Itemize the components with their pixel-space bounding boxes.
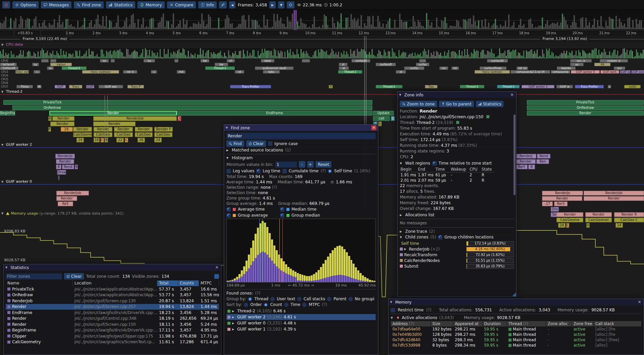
zone[interactable]: RenderJob [584,191,644,195]
column-header-mtpc[interactable]: MTPC [199,280,219,286]
zone[interactable]: F [48,127,51,132]
zone[interactable]: OnRedraw [527,105,644,110]
group-children-checkbox[interactable] [438,235,442,239]
zone[interactable]: Re5 [58,202,73,206]
expand-icon[interactable]: ▶ [232,322,235,325]
zone[interactable]: Update [373,111,394,116]
zone[interactable]: 16 [94,138,100,142]
zone-group-row[interactable]: ▶GUIF worker 0(3,231)4.48 s [226,320,376,326]
filter-zones-input[interactable] [6,273,62,279]
group-by-radio-parent[interactable] [327,297,331,301]
allocations-table-header[interactable]: Address (?)SizeAppeared atDurationThread… [391,321,641,326]
zone[interactable]: 18. [61,127,73,132]
zone-group-row[interactable]: ▶GUIF worker 2(3,296)4.61 s [226,314,376,320]
zone[interactable]: Render [556,212,583,217]
help-icon[interactable]: (?) [271,185,277,190]
column-header-zone-alloc[interactable]: Zone alloc [546,321,572,326]
zone[interactable]: C [101,138,104,142]
zone[interactable]: EndFrame [177,111,372,116]
cumulate-time-checkbox[interactable] [282,169,287,173]
zone-group-row[interactable]: ▶GUIF worker 1(3,192)4.39 s [226,326,376,332]
help-icon[interactable]: (?) [321,169,326,173]
zone[interactable]: Render [135,127,153,132]
zone[interactable]: Render [56,159,74,164]
next-frame-button[interactable]: ▶ [269,1,276,8]
zone[interactable]: Render [49,111,177,116]
resize-grip[interactable] [512,293,516,296]
messages-button[interactable]: Messages [41,1,71,8]
clear-filter-button[interactable]: Clear [64,273,84,279]
timing-mode-button[interactable] [214,274,219,279]
memory-button[interactable]: Memory [138,1,165,8]
zone[interactable]: Render F [154,127,173,132]
zone[interactable]: Render [56,196,77,201]
find-zone-search-input[interactable] [226,133,376,139]
histogram-section-header[interactable]: ▼ Histogram [226,156,376,160]
zone[interactable]: Render [114,127,133,132]
prev-frame-button[interactable]: ◀ [229,1,235,8]
zone[interactable]: OnRedraw [12,105,372,110]
child-zones-header[interactable]: ▼ Child zones (5) Group children locatio… [400,235,514,239]
help-icon[interactable]: (?) [255,291,260,296]
zone[interactable]: Render R [614,212,644,217]
zone[interactable]: Dra [551,207,559,212]
zone[interactable]: RenderJo [55,154,75,159]
help-icon[interactable]: (?) [523,321,528,326]
close-icon[interactable]: × [214,265,219,270]
expand-icon[interactable]: ▶ [232,310,235,313]
active-allocations-header[interactable]: ▼ ♦ Active allocations (3,043) Memory us… [391,315,641,320]
matched-source-locations[interactable]: ▶ Matched source locations (1) [226,148,376,152]
zone[interactable]: 24 [154,138,162,142]
table-row[interactable]: Renderjni/../jni/src/guif/Screen.cpp:257… [6,304,219,310]
allocations-list[interactable]: ▶ Allocations list [400,213,514,217]
min-bin-decrease-button[interactable]: - [299,161,305,168]
power-button[interactable] [2,1,10,8]
collapse-icon[interactable]: ▼ [400,236,403,239]
zone[interactable]: Render [542,196,582,201]
child-zone-row[interactable]: ▶RenderJob(×2)4.16 ms (92.60%) [400,246,514,252]
zone[interactable]: PrivateTick [3,100,372,105]
min-bin-increase-button[interactable]: + [307,161,314,168]
table-row[interactable]: CalcGeometryjni/../jni/src/claw/graphics… [6,339,219,345]
zone[interactable]: 22 [116,138,124,142]
zone[interactable]: Render [516,159,536,164]
help-icon[interactable]: (?) [409,321,414,326]
go-to-parent-button[interactable]: ↑ Go to parent [439,101,474,107]
zone[interactable]: CalcGeo [94,132,112,137]
expand-icon[interactable]: ▶ [226,149,230,152]
table-row[interactable]: Renderjni/../jni/src/guif/Screen.cpp:150… [6,321,219,327]
table-row[interactable]: 0x7e049b3d00128 bytes298.27 ms59.95 sMai… [391,332,641,337]
zone[interactable]: CalcGeo C [614,218,644,222]
zone[interactable]: Render [585,212,612,217]
find-zone-histogram[interactable] [226,219,376,282]
sort-by-radio-count[interactable] [264,303,268,307]
zone[interactable]: 26 [138,138,145,142]
expand-icon[interactable]: ▶ [400,230,403,233]
zone[interactable]: C [178,116,181,121]
zone[interactable]: Render [527,111,644,116]
sort-by-radio-mtpc[interactable] [302,303,307,307]
collapse-icon[interactable]: ▼ [400,162,403,165]
statistics-button[interactable]: Statistics [106,1,135,8]
zone[interactable]: R [48,116,52,121]
zone[interactable]: RenderJo [542,191,583,195]
goto-frame-button[interactable] [287,1,294,8]
close-icon[interactable]: × [509,92,515,97]
column-header-thread[interactable]: Thread (?) [507,321,546,326]
zone[interactable]: Rend [62,165,74,169]
options-button[interactable]: Options [12,1,39,8]
zone[interactable]: CalcGeo [135,132,153,137]
zone[interactable]: RenderJ [516,154,536,159]
tools-button[interactable] [219,1,227,8]
zone[interactable]: Rend [537,154,550,159]
close-icon[interactable]: × [371,125,376,130]
compare-button[interactable]: Compare [167,1,196,8]
table-row[interactable]: 0x7dfaa64e00192 bytes298.21 ms59.95 sMai… [391,326,641,332]
group-by-radio-thread[interactable] [248,297,252,301]
zone[interactable]: RenderJob [93,116,177,121]
zone-trace[interactable]: ▶ Zone trace (2) [400,229,514,234]
zone[interactable]: C [125,138,128,142]
child-zone-row[interactable]: Self time172.14 µs (3.83%) [400,240,514,246]
table-row[interactable]: EndFramejni/../jni/src/claw/gfx/drv/vk/D… [6,310,219,316]
column-header-duration[interactable]: Duration [482,321,506,326]
